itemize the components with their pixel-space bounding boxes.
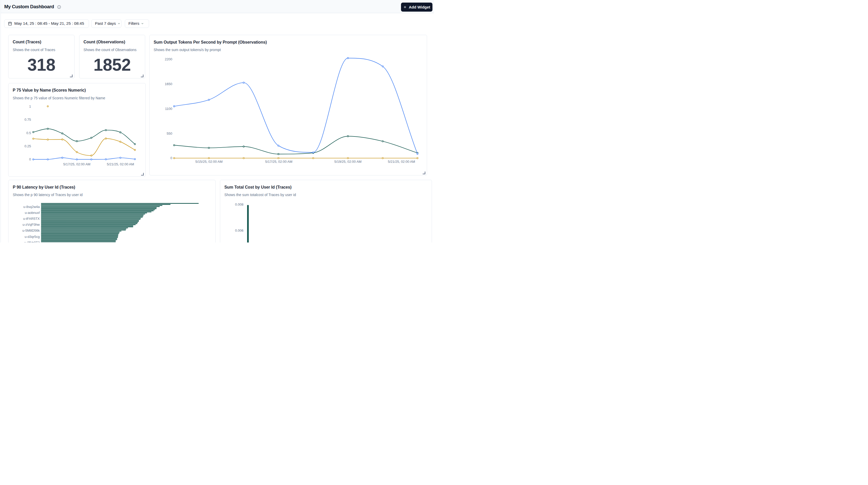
svg-text:u-8sq2w4a: u-8sq2w4a (23, 205, 40, 209)
svg-text:550: 550 (166, 131, 172, 135)
svg-text:u-d3qr5cg: u-d3qr5cg (25, 235, 40, 239)
svg-text:5/15/25, 02:00 AM: 5/15/25, 02:00 AM (195, 160, 222, 163)
svg-text:0.75: 0.75 (25, 118, 31, 122)
svg-text:0.006: 0.006 (235, 229, 243, 233)
svg-text:2200: 2200 (165, 57, 172, 61)
svg-text:5/21/25, 02:00 AM: 5/21/25, 02:00 AM (107, 162, 134, 166)
svg-text:0.008: 0.008 (235, 203, 243, 206)
svg-text:u-aobnuxf: u-aobnuxf (25, 211, 40, 215)
svg-text:u-zVqP3hw: u-zVqP3hw (23, 223, 40, 226)
svg-text:0.25: 0.25 (25, 144, 31, 148)
svg-text:0: 0 (29, 157, 31, 161)
svg-text:1650: 1650 (165, 82, 172, 86)
svg-text:u-5M8D56k: u-5M8D56k (23, 229, 40, 233)
svg-text:5/21/25, 02:00 AM: 5/21/25, 02:00 AM (388, 160, 415, 163)
svg-text:1: 1 (29, 104, 31, 108)
svg-text:5/19/25, 02:00 AM: 5/19/25, 02:00 AM (334, 160, 362, 163)
svg-text:5/17/25, 02:00 AM: 5/17/25, 02:00 AM (63, 162, 91, 166)
svg-text:0.5: 0.5 (26, 131, 31, 135)
svg-text:0: 0 (170, 156, 172, 160)
svg-text:u-8fVa9T3: u-8fVa9T3 (24, 241, 40, 243)
svg-text:5/17/25, 02:00 AM: 5/17/25, 02:00 AM (265, 160, 292, 163)
svg-text:1100: 1100 (165, 107, 172, 111)
svg-text:u-tFAR5TX: u-tFAR5TX (23, 217, 40, 220)
